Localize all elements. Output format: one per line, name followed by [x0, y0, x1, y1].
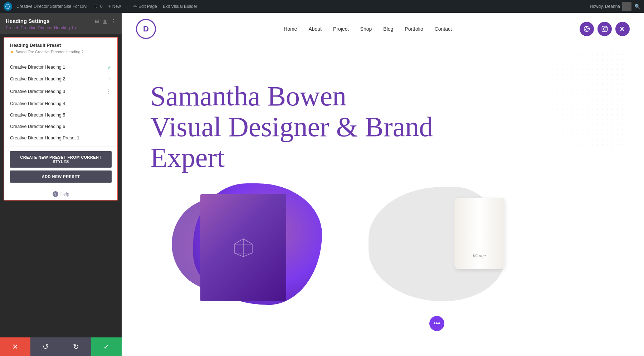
preset-buttons: CREATE NEW PRESET FROM CURRENT STYLES AD… [4, 147, 117, 188]
edit-page-button[interactable]: ✏ Edit Page [133, 4, 157, 9]
dot-pattern [530, 52, 623, 145]
new-button[interactable]: + New [108, 4, 121, 9]
twitter-x-icon[interactable] [615, 22, 630, 36]
preset-item[interactable]: Creative Director Heading 2 ☆ [4, 73, 117, 85]
preset-6-label: Creative Director Heading 6 [10, 124, 65, 129]
hero-line2: Visual Designer & Brand [150, 111, 433, 142]
admin-bar-site[interactable]: Creative Director Starter Site For Divi [16, 4, 87, 9]
nav-contact[interactable]: Contact [435, 26, 452, 32]
left-panel: Heading Settings ⊞ ▥ ⋮ Preset: Creative … [0, 13, 122, 356]
create-preset-button[interactable]: CREATE NEW PRESET FROM CURRENT STYLES [10, 151, 112, 168]
svg-rect-2 [602, 26, 608, 31]
preset-2-label: Creative Director Heading 2 [10, 76, 65, 81]
user-avatar [622, 2, 631, 11]
hero-section: Samantha Bowen Visual Designer & Brand E… [122, 45, 644, 356]
preset-custom-1-label: Creative Director Heading Preset 1 [10, 135, 79, 140]
hero-line1: Samantha Bowen [150, 80, 346, 112]
product-card-left [172, 183, 336, 305]
grid-icon[interactable]: ⊞ [95, 18, 99, 24]
hero-line3: Expert [150, 142, 225, 173]
panel-header-icons: ⊞ ▥ ⋮ [95, 18, 116, 24]
product-image-purple [200, 194, 286, 301]
preset-1-label: Creative Director Heading 1 [10, 65, 65, 70]
products-area: Mirage [150, 183, 623, 305]
main-layout: Heading Settings ⊞ ▥ ⋮ Preset: Creative … [0, 13, 644, 356]
help-label: Help [60, 192, 69, 197]
website-area: D Home About Project Shop Blog Portfolio… [122, 13, 644, 356]
preset-item[interactable]: Creative Director Heading 1 ✓ [4, 61, 117, 73]
nav-about[interactable]: About [308, 26, 322, 32]
preset-box: Heading Default Preset ★ Based On: Creat… [4, 37, 118, 201]
save-button[interactable]: ✓ [91, 337, 122, 356]
wordpress-icon[interactable] [4, 2, 12, 11]
bottom-toolbar: ✕ ↺ ↻ ✓ [0, 337, 122, 356]
hero-title: Samantha Bowen Visual Designer & Brand E… [150, 81, 436, 173]
preset-5-label: Creative Director Heading 5 [10, 113, 65, 118]
redo-button[interactable]: ↻ [61, 337, 91, 356]
exit-builder-button[interactable]: Exit Visual Builder [163, 4, 197, 9]
site-social [580, 22, 630, 36]
preset-4-label: Creative Director Heading 4 [10, 101, 65, 106]
based-on-label: Based On: Creative Director Heading 2 [15, 50, 84, 54]
svg-point-3 [603, 28, 606, 30]
star-icon: ★ [10, 49, 14, 54]
dribbble-icon[interactable] [580, 22, 594, 36]
add-preset-button[interactable]: ADD NEW PRESET [10, 170, 112, 183]
admin-bar-actions: 🗨 0 + New | ✏ Edit Page Exit Visual Buil… [94, 4, 197, 9]
nav-portfolio[interactable]: Portfolio [405, 26, 423, 32]
preset-list: Creative Director Heading 1 ✓ Creative D… [4, 58, 117, 147]
site-menu: Home About Project Shop Blog Portfolio C… [284, 26, 452, 32]
chevron-down-icon: ▾ [75, 26, 77, 30]
site-name-label: Creative Director Starter Site For Divi [16, 4, 87, 9]
nav-shop[interactable]: Shop [360, 26, 372, 32]
candle-body: Mirage [454, 198, 504, 269]
preset-item[interactable]: Creative Director Heading 4 [4, 98, 117, 109]
product-card-right: Mirage [369, 183, 519, 305]
check-icon: ✓ [107, 64, 112, 70]
panel-preset-selector[interactable]: Preset: Creative Director Heading 1 ▾ [6, 25, 116, 30]
default-preset-based: ★ Based On: Creative Director Heading 2 [10, 49, 112, 54]
star-icon[interactable]: ☆ [108, 76, 112, 81]
default-preset-title: Heading Default Preset [10, 43, 112, 48]
panel-header: Heading Settings ⊞ ▥ ⋮ Preset: Creative … [0, 13, 122, 34]
instagram-icon[interactable] [597, 22, 612, 36]
search-icon[interactable]: 🔍 [634, 4, 640, 9]
more-options-button[interactable]: ••• [429, 316, 444, 331]
columns-icon[interactable]: ▥ [103, 18, 107, 24]
admin-bar-right: Howdy, Deanna 🔍 [590, 2, 641, 11]
more-icon[interactable]: ⋮ [111, 18, 116, 24]
candle-jar: Mirage [447, 191, 512, 298]
preset-item[interactable]: Creative Director Heading 6 [4, 121, 117, 132]
preset-item[interactable]: Creative Director Heading Preset 1 [4, 132, 117, 144]
help-icon: ? [53, 191, 58, 197]
cancel-button[interactable]: ✕ [0, 337, 30, 356]
default-preset-header: Heading Default Preset ★ Based On: Creat… [4, 38, 117, 58]
nav-blog[interactable]: Blog [383, 26, 393, 32]
preset-label: Preset: Creative Director Heading 1 [6, 25, 73, 30]
site-logo: D [136, 19, 156, 39]
preset-item[interactable]: Creative Director Heading 5 [4, 109, 117, 121]
panel-title: Heading Settings [6, 18, 50, 24]
more-options-icon[interactable]: ⋮ [106, 88, 112, 95]
undo-button[interactable]: ↺ [30, 337, 61, 356]
preset-3-label: Creative Director Heading 3 [10, 89, 65, 94]
nav-project[interactable]: Project [333, 26, 349, 32]
admin-bar: Creative Director Starter Site For Divi … [0, 0, 644, 13]
candle-brand-label: Mirage [473, 253, 486, 258]
svg-point-4 [606, 27, 606, 28]
preset-item[interactable]: Creative Director Heading 3 ⋮ [4, 85, 117, 98]
howdy-label: Howdy, Deanna [590, 2, 632, 11]
site-nav: D Home About Project Shop Blog Portfolio… [122, 13, 644, 45]
nav-home[interactable]: Home [284, 26, 297, 32]
comment-icon[interactable]: 🗨 0 [94, 4, 103, 9]
help-link[interactable]: ? Help [4, 188, 117, 200]
